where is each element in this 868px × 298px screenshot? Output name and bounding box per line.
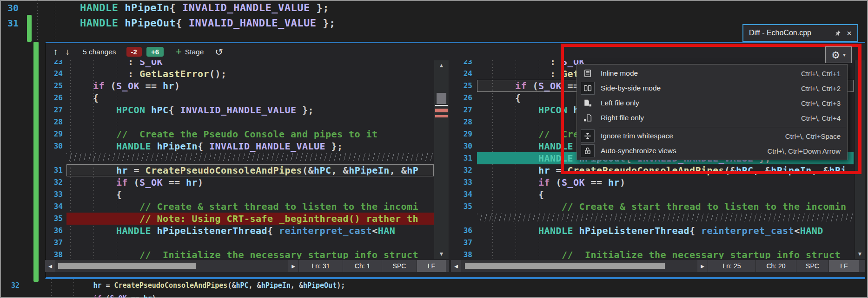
column-indicator: Ch: 20 xyxy=(755,260,796,272)
line-number: 36 xyxy=(45,225,66,237)
code-line: if (S_OK == hr) xyxy=(66,80,434,92)
pin-icon[interactable] xyxy=(834,30,841,37)
indent-guide xyxy=(51,279,52,298)
scroll-left-icon[interactable]: ◀ xyxy=(45,264,55,269)
line-number: 28 xyxy=(451,116,477,128)
next-change-button[interactable]: ↓ xyxy=(66,47,70,57)
undo-icon[interactable]: ↺ xyxy=(215,46,223,58)
code-line xyxy=(477,213,854,225)
menu-item-shortcut: Ctrl+\, Ctrl+4 xyxy=(801,114,841,122)
code-row: 26 { xyxy=(45,92,434,104)
code-row: 28 xyxy=(45,116,434,128)
scrollbar-thumb[interactable] xyxy=(465,263,665,269)
menu-item-auto-synchronize-views[interactable]: Auto-synchronize viewsCtrl+\, Ctrl+Down … xyxy=(577,143,847,158)
code-line: // Create & start thread to listen to th… xyxy=(66,201,434,213)
chevron-down-icon: ▾ xyxy=(843,52,846,58)
scrollbar-thumb[interactable] xyxy=(437,93,446,104)
line-number: 37 xyxy=(45,237,66,249)
stage-label: Stage xyxy=(185,48,204,56)
code-row: 30 HANDLE hPipeIn{ INVALID_HANDLE_VALUE … xyxy=(45,140,434,152)
code-line: { xyxy=(66,188,434,201)
menu-item-side-by-side-mode[interactable]: Side-by-side modeCtrl+\, Ctrl+2 xyxy=(577,81,847,96)
line-number: 26 xyxy=(45,92,66,104)
right-vertical-scrollbar[interactable]: ▼ xyxy=(855,60,865,259)
diff-settings-button[interactable]: ⚙ ▾ xyxy=(825,46,852,63)
code-line: HANDLE hPipeListenerThread{ reinterpret_… xyxy=(477,225,854,237)
code-row: 33 { xyxy=(45,188,434,201)
line-number: 33 xyxy=(45,188,66,201)
close-icon[interactable]: × xyxy=(847,29,852,38)
code-line: HANDLE hPipeIn{ INVALID_HANDLE_VALUE }; xyxy=(66,140,434,152)
scroll-left-icon[interactable]: ◀ xyxy=(451,264,461,269)
code-line xyxy=(66,152,434,164)
line-number: 33 xyxy=(451,176,477,188)
scrollbar-mark-deleted xyxy=(435,109,448,112)
scroll-right-icon[interactable]: ▶ xyxy=(288,264,298,269)
code-row: 33 if (S_OK == hr) xyxy=(451,176,854,188)
whitespace-indicator[interactable]: SPC xyxy=(796,260,828,272)
previous-change-button[interactable]: ↑ xyxy=(53,47,58,57)
code-row: 36 HANDLE hPipeListenerThread{ reinterpr… xyxy=(45,225,434,237)
line-number: 30 xyxy=(0,2,19,13)
menu-item-shortcut: Ctrl+\, Ctrl+Space xyxy=(785,132,841,140)
scrollbar-thumb[interactable] xyxy=(58,263,196,269)
line-number: 27 xyxy=(45,104,66,116)
left-file-only-icon xyxy=(581,97,594,109)
eol-indicator[interactable]: LF xyxy=(417,260,446,272)
indent-guide xyxy=(37,0,38,42)
menu-item-ignore-trim-whitespace[interactable]: Ignore trim whitespaceCtrl+\, Ctrl+Space xyxy=(577,129,847,143)
code-row: 27 HPCON hPC{ INVALID_HANDLE_VALUE }; xyxy=(45,104,434,116)
code-row: 38 // Initialize the necessary startup i… xyxy=(45,249,434,259)
scroll-down-icon[interactable]: ▼ xyxy=(855,251,865,257)
line-number: 35 xyxy=(451,201,477,213)
scroll-up-icon[interactable]: ▲ xyxy=(434,62,449,69)
code-row: 35 // Note: Using CRT-safe _beginthread(… xyxy=(45,213,434,225)
code-row: 24 : GetLastError(); xyxy=(45,68,434,80)
outer-editor-bottom[interactable]: 32 hr = CreatePseudoConsoleAndPipes(&hPC… xyxy=(0,279,868,298)
code-row: if (S_OK == hr) xyxy=(0,292,868,298)
line-indicator: Ln: 31 xyxy=(298,260,343,272)
horizontal-scrollbar[interactable] xyxy=(55,260,288,272)
code-row: 32 hr = CreatePseudoConsoleAndPipes(&hPC… xyxy=(0,279,868,292)
menu-item-right-file-only[interactable]: Right file onlyCtrl+\, Ctrl+4 xyxy=(577,110,847,125)
line-number xyxy=(451,213,477,225)
code-line: hr = CreatePseudoConsoleAndPipes(&hPC, &… xyxy=(22,281,345,290)
gear-icon: ⚙ xyxy=(831,50,840,60)
code-row: 37 xyxy=(451,237,854,249)
line-number: 38 xyxy=(45,249,66,259)
code-row: 37 xyxy=(45,237,434,249)
menu-item-left-file-only[interactable]: Left file onlyCtrl+\, Ctrl+3 xyxy=(577,96,847,110)
line-number: 30 xyxy=(451,140,477,152)
scroll-down-icon[interactable]: ▼ xyxy=(434,251,449,257)
whitespace-indicator[interactable]: SPC xyxy=(382,260,417,272)
scrollbar-mark-deleted xyxy=(435,115,448,117)
vs-diff-window: 30 HANDLE hPipeIn{ INVALID_HANDLE_VALUE … xyxy=(0,0,868,298)
code-row: 31 hr = CreatePseudoConsoleAndPipes(&hPC… xyxy=(45,164,434,176)
code-line: // Initialize the necessary startup info… xyxy=(66,249,434,259)
code-line: // Create & start thread to listen to th… xyxy=(477,201,854,213)
line-number: 32 xyxy=(45,176,66,188)
line-number: 34 xyxy=(45,201,66,213)
line-number: 27 xyxy=(451,104,477,116)
tab-diff-echocon[interactable]: Diff - EchoCon.cpp × xyxy=(742,24,858,42)
left-vertical-scrollbar[interactable]: ▲ ▼ xyxy=(434,60,449,259)
code-row: 23 : S_OK xyxy=(45,60,434,68)
eol-indicator[interactable]: LF xyxy=(828,260,859,272)
code-row: 29 // Create the Pseudo Console and pipe… xyxy=(45,128,434,140)
menu-item-label: Left file only xyxy=(601,99,801,107)
line-number xyxy=(45,152,66,164)
left-diff-pane[interactable]: 23 : S_OK24 : GetLastError();25 if (S_OK… xyxy=(45,60,434,259)
menu-item-shortcut: Ctrl+\, Ctrl+1 xyxy=(801,70,841,78)
stage-button[interactable]: + Stage xyxy=(176,47,204,57)
line-number: 28 xyxy=(45,116,66,128)
menu-item-shortcut: Ctrl+\, Ctrl+3 xyxy=(801,99,841,107)
code-line: if (S_OK == hr) xyxy=(22,294,156,298)
horizontal-scrollbar[interactable] xyxy=(461,260,697,272)
scroll-right-icon[interactable]: ▶ xyxy=(697,264,708,269)
outer-editor-top[interactable]: 30 HANDLE hPipeIn{ INVALID_HANDLE_VALUE … xyxy=(0,0,868,42)
line-number: 23 xyxy=(45,60,66,68)
line-number: 29 xyxy=(45,128,66,140)
code-line: // Create the Pseudo Console and pipes t… xyxy=(66,128,434,140)
menu-item-inline-mode[interactable]: Inline modeCtrl+\, Ctrl+1 xyxy=(577,66,847,81)
line-number: 32 xyxy=(0,281,22,290)
